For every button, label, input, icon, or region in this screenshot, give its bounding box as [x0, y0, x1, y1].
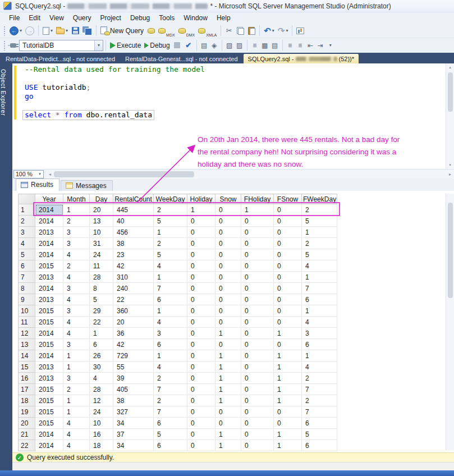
cell-fholiday[interactable]: 0 — [241, 216, 274, 227]
toolbar-grip[interactable] — [3, 26, 6, 36]
code-line[interactable] — [25, 101, 454, 110]
row-number[interactable]: 21 — [19, 429, 35, 440]
cell-fsnow[interactable]: 0 — [274, 216, 302, 227]
scrollbar-thumb[interactable] — [54, 171, 194, 177]
cell-snow[interactable]: 0 — [215, 294, 241, 305]
execute-button[interactable]: Execute — [108, 39, 143, 52]
cell-fholiday[interactable]: 0 — [241, 294, 274, 305]
cell-fweekday[interactable]: 1 — [302, 305, 337, 317]
cell-holiday[interactable]: 0 — [187, 384, 215, 395]
cell-rentalcount[interactable]: 729 — [113, 350, 154, 361]
cell-weekday[interactable]: 7 — [154, 406, 187, 418]
cell-fsnow[interactable]: 0 — [274, 339, 302, 350]
cell-holiday[interactable]: 0 — [187, 227, 215, 238]
cell-holiday[interactable]: 0 — [187, 283, 215, 294]
database-engine-query-button[interactable] — [145, 25, 157, 37]
cell-snow[interactable]: 0 — [215, 406, 241, 418]
row-number[interactable]: 8 — [19, 283, 35, 294]
menu-query[interactable]: Query — [68, 13, 96, 23]
navigate-back-button[interactable]: ← ▾ — [8, 25, 24, 37]
cell-rentalcount[interactable]: 445 — [113, 204, 154, 216]
cell-month[interactable]: 3 — [63, 283, 90, 294]
cell-snow[interactable]: 0 — [215, 227, 241, 238]
cell-month[interactable]: 3 — [63, 339, 90, 350]
row-number[interactable]: 2 — [19, 216, 35, 227]
cell-month[interactable]: 4 — [63, 249, 90, 260]
cell-day[interactable]: 5 — [90, 294, 113, 305]
cell-snow[interactable]: 1 — [215, 429, 241, 440]
cell-day[interactable]: 10 — [90, 418, 113, 429]
row-number[interactable]: 15 — [19, 361, 35, 373]
cell-holiday[interactable]: 0 — [187, 418, 215, 429]
cell-year[interactable]: 2014 — [35, 204, 63, 216]
cell-year[interactable]: 2013 — [35, 227, 63, 238]
cell-holiday[interactable]: 0 — [187, 260, 215, 272]
cell-rentalcount[interactable]: 405 — [113, 384, 154, 395]
cell-fholiday[interactable]: 0 — [241, 328, 274, 339]
cell-fweekday[interactable]: 5 — [302, 216, 337, 227]
cell-fholiday[interactable]: 0 — [241, 249, 274, 260]
cell-snow[interactable]: 0 — [215, 249, 241, 260]
menu-help[interactable]: Help — [212, 13, 235, 23]
cell-fholiday[interactable]: 0 — [241, 317, 274, 328]
menu-view[interactable]: View — [45, 13, 68, 23]
analysis-services-xmla-query-button[interactable]: XMLA — [196, 25, 218, 37]
cell-month[interactable]: 2 — [63, 260, 90, 272]
increase-indent-button[interactable]: ⇥ — [315, 40, 325, 51]
cell-snow[interactable]: 1 — [215, 373, 241, 384]
cell-holiday[interactable]: 0 — [187, 440, 215, 451]
cell-rentalcount[interactable]: 38 — [113, 238, 154, 249]
cell-holiday[interactable]: 0 — [187, 317, 215, 328]
cell-fweekday[interactable]: 4 — [302, 260, 337, 272]
menu-debug[interactable]: Debug — [126, 13, 154, 23]
available-databases-combo[interactable]: TutorialDB ▾ — [19, 40, 103, 51]
row-number[interactable]: 9 — [19, 294, 35, 305]
cell-rentalcount[interactable]: 22 — [113, 294, 154, 305]
row-number[interactable]: 14 — [19, 350, 35, 361]
column-header-rentalcount[interactable]: RentalCount — [113, 194, 154, 204]
cell-day[interactable]: 26 — [90, 350, 113, 361]
cell-fholiday[interactable]: 1 — [241, 204, 274, 216]
combo-dropdown-button[interactable]: ▾ — [94, 40, 103, 51]
cell-month[interactable]: 1 — [63, 406, 90, 418]
cell-weekday[interactable]: 6 — [154, 440, 187, 451]
cell-fsnow[interactable]: 1 — [274, 440, 302, 451]
undo-button[interactable]: ↶ ▾ — [262, 25, 276, 37]
cell-snow[interactable]: 1 — [215, 440, 241, 451]
document-tab-2[interactable]: RentalData-Generat...sql - not connected — [121, 54, 242, 63]
cell-year[interactable]: 2015 — [35, 260, 63, 272]
scroll-left-icon[interactable]: ◂ — [46, 172, 54, 177]
cell-fsnow[interactable]: 1 — [274, 373, 302, 384]
cell-year[interactable]: 2015 — [35, 339, 63, 350]
cell-fsnow[interactable]: 1 — [274, 429, 302, 440]
cell-snow[interactable]: 1 — [215, 328, 241, 339]
grid-corner[interactable] — [19, 194, 35, 204]
cell-year[interactable]: 2014 — [35, 350, 63, 361]
editor-horizontal-scrollbar[interactable]: ◂ ▸ — [46, 170, 454, 178]
cell-month[interactable]: 1 — [63, 350, 90, 361]
cell-holiday[interactable]: 0 — [187, 272, 215, 283]
cell-fsnow[interactable]: 0 — [274, 317, 302, 328]
cell-fsnow[interactable]: 0 — [274, 418, 302, 429]
tab-messages[interactable]: Messages — [61, 180, 113, 191]
cell-fsnow[interactable]: 1 — [274, 361, 302, 373]
cell-fweekday[interactable]: 6 — [302, 418, 337, 429]
cell-year[interactable]: 2015 — [35, 395, 63, 406]
cell-fsnow[interactable]: 0 — [274, 260, 302, 272]
activity-monitor-button[interactable] — [295, 25, 306, 37]
cell-fweekday[interactable]: 6 — [302, 294, 337, 305]
cell-snow[interactable]: 1 — [215, 384, 241, 395]
cell-fsnow[interactable]: 1 — [274, 350, 302, 361]
cell-weekday[interactable]: 3 — [154, 328, 187, 339]
menu-project[interactable]: Project — [96, 13, 126, 23]
row-number[interactable]: 4 — [19, 238, 35, 249]
cell-year[interactable]: 2014 — [35, 249, 63, 260]
cell-year[interactable]: 2014 — [35, 429, 63, 440]
query-options-button[interactable]: ▤ — [199, 40, 209, 51]
cell-fholiday[interactable]: 0 — [241, 406, 274, 418]
cell-snow[interactable]: 0 — [215, 283, 241, 294]
cell-weekday[interactable]: 5 — [154, 216, 187, 227]
column-header-fholiday[interactable]: FHoliday — [241, 194, 274, 204]
cancel-query-button[interactable] — [172, 39, 183, 52]
cell-weekday[interactable]: 6 — [154, 339, 187, 350]
